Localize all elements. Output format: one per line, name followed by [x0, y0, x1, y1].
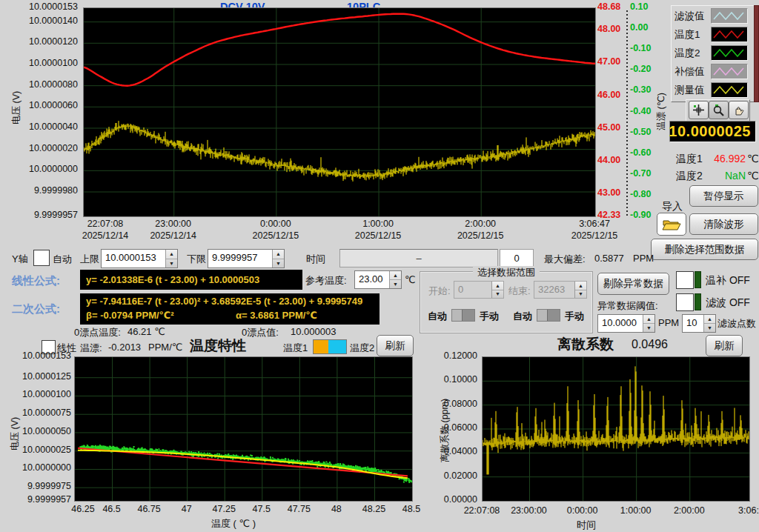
top-chart-right-axis-title: 温漂 (℃)	[655, 93, 668, 130]
range-toggle-2[interactable]	[537, 309, 560, 322]
legend-scrollbar[interactable]	[754, 5, 759, 102]
scatter-refresh-button[interactable]: 刷新	[377, 335, 414, 356]
pause-display-button[interactable]: 暂停显示	[689, 185, 758, 207]
top-chart-drift-tick: -0.70	[630, 168, 652, 179]
legend-item-1[interactable]: 滤波值	[675, 7, 751, 24]
spin-down-icon[interactable]: ▼	[492, 290, 503, 299]
dispersion-x-axis-title: 时间	[577, 519, 596, 532]
filter-points-spinner[interactable]: 10 ▲▼	[682, 314, 716, 333]
scatter-x-tick: 47.5	[244, 504, 279, 514]
top-chart-drift-tick: -0.60	[630, 147, 652, 158]
legend-wave-swatch[interactable]	[711, 64, 748, 79]
spin-down-icon[interactable]: ▼	[575, 290, 586, 299]
spin-down-icon[interactable]: ▼	[390, 280, 401, 288]
time-index-field[interactable]: 0	[500, 249, 534, 267]
scatter-series-swatch[interactable]	[313, 339, 347, 354]
top-chart-y-tick: 10.0000040	[6, 122, 78, 132]
spin-down-icon[interactable]: ▼	[643, 324, 654, 332]
legend-wave-swatch[interactable]	[711, 82, 748, 98]
legend-item-3[interactable]: 温度2	[675, 44, 751, 61]
scatter-y-tick: 10.0000000	[6, 462, 71, 473]
top-chart-y-tick: 10.0000000	[6, 164, 78, 174]
spin-up-icon[interactable]: ▲	[273, 250, 284, 259]
dispersion-chart-title: 离散系数	[557, 335, 614, 354]
hand-icon	[732, 104, 745, 116]
spin-up-icon[interactable]: ▲	[390, 271, 401, 280]
import-folder-button[interactable]	[657, 213, 686, 236]
range-toggle-1[interactable]	[451, 309, 475, 322]
spin-down-icon[interactable]: ▼	[704, 324, 715, 332]
remove-abnormal-button[interactable]: 剔除异常数据	[597, 273, 669, 295]
y-axis-label: Y轴	[12, 253, 28, 266]
abnormal-threshold-unit: PPM	[658, 317, 679, 328]
spin-up-icon[interactable]: ▲	[492, 282, 503, 290]
top-chart-temp-tick: 43.00	[597, 187, 620, 198]
range-start-spinner[interactable]: 0 ▲▼	[454, 281, 504, 299]
lower-limit-spinner[interactable]: 9.9999957 ▲▼	[208, 249, 285, 268]
delete-selected-range-button[interactable]: 删除选择范围数据	[651, 239, 758, 260]
spin-down-icon[interactable]: ▼	[166, 259, 177, 268]
scatter-y-tick: 9.9999957	[6, 494, 71, 505]
legend-item-5[interactable]: 测量值	[675, 82, 751, 99]
dispersion-x-tick: 1:00:00	[612, 505, 660, 516]
abnormal-threshold-label: 异常数据阈值:	[597, 299, 658, 313]
filter-points-label: 滤波点数	[717, 317, 756, 330]
zero-drift-temp-value: 46.21 ℃	[127, 326, 165, 337]
crosshair-icon	[692, 104, 705, 116]
top-chart-y-tick: 9.9999980	[6, 185, 78, 196]
upper-limit-label: 上限	[80, 253, 99, 266]
dispersion-refresh-button[interactable]: 刷新	[706, 335, 743, 356]
ref-temperature-spinner[interactable]: 23.00 ▲▼	[354, 270, 402, 289]
y-axis-auto-checkbox[interactable]	[33, 250, 50, 266]
spin-up-icon[interactable]: ▲	[643, 315, 654, 324]
scatter-plot[interactable]	[74, 356, 413, 502]
dispersion-current-value: 0.0496	[632, 338, 668, 351]
legend-item-2[interactable]: 温度1	[675, 26, 751, 43]
dispersion-x-tick: 22:07:08	[458, 505, 506, 516]
spin-up-icon[interactable]: ▲	[704, 315, 715, 324]
top-chart-y-tick: 10.0000060	[6, 100, 78, 110]
time-field[interactable]: –	[339, 249, 498, 267]
legend-wave-swatch[interactable]	[711, 27, 748, 42]
scatter-temp2-label: 温度2	[350, 342, 374, 355]
range-start-label: 开始:	[428, 285, 451, 298]
top-chart-x-time-tick: 1:00:00	[354, 219, 402, 229]
spin-down-icon[interactable]: ▼	[273, 259, 284, 268]
upper-limit-spinner[interactable]: 10.0000153 ▲▼	[101, 249, 178, 268]
scatter-y-tick: 10.0000050	[6, 426, 71, 436]
legend-item-4[interactable]: 补偿值	[675, 63, 751, 80]
legend-wave-swatch[interactable]	[711, 45, 748, 61]
spin-up-icon[interactable]: ▲	[575, 282, 586, 290]
top-chart-x-date-tick: 2025/12/14	[147, 230, 200, 241]
abnormal-threshold-spinner[interactable]: 10.0000 ▲▼	[597, 314, 655, 333]
quadratic-formula-line: y= -7.94116E-7 (t - 23.00)² + 3.68592E-5…	[86, 296, 362, 307]
crosshair-tool-button[interactable]	[689, 101, 709, 119]
top-chart-plot[interactable]	[83, 7, 596, 217]
dispersion-y-tick: 0.10000	[430, 374, 477, 385]
clear-waveform-button[interactable]: 清除波形	[689, 213, 758, 235]
max-deviation-label: 最大偏差:	[544, 253, 586, 266]
max-deviation-value: 0.5877	[594, 253, 624, 264]
spin-up-icon[interactable]: ▲	[166, 250, 177, 259]
dispersion-plot[interactable]	[482, 356, 750, 502]
top-chart-axis-ticks	[626, 10, 628, 216]
top-chart-drift-tick: -0.40	[630, 106, 652, 116]
scatter-x-tick: 47.25	[206, 504, 242, 514]
wave-icon	[712, 27, 747, 41]
temp1-unit: ℃	[747, 153, 759, 164]
temp-comp-checkbox[interactable]	[676, 271, 694, 289]
legend-wave-swatch[interactable]	[711, 8, 748, 24]
zoom-tool-button[interactable]	[709, 101, 729, 119]
pan-tool-button[interactable]	[729, 101, 749, 119]
filter-checkbox[interactable]	[676, 293, 694, 311]
dispersion-y-tick: 0.04000	[430, 446, 477, 456]
temp1-label: 温度1	[676, 153, 703, 166]
wave-icon	[712, 9, 747, 23]
top-chart-x-time-tick: 2:00:00	[457, 219, 504, 229]
magnifier-icon	[712, 104, 725, 116]
zero-drift-temp-label: 0漂点温度:	[74, 326, 121, 339]
dispersion-y-tick: 0.08000	[430, 399, 477, 409]
top-chart-temp-tick: 48.00	[597, 24, 620, 34]
scatter-y-tick: 9.9999975	[6, 481, 71, 491]
range-end-spinner[interactable]: 32263 ▲▼	[534, 281, 587, 299]
